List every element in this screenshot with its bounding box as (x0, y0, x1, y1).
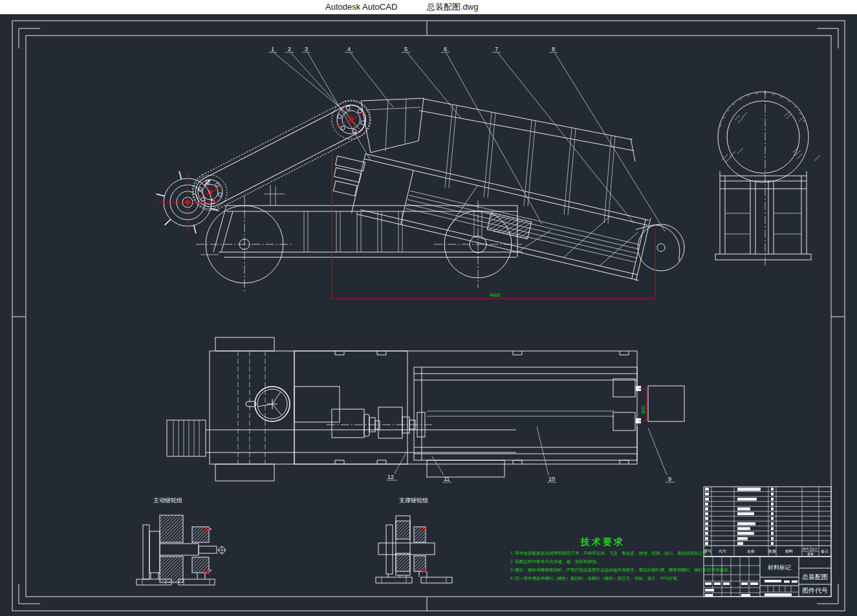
plan-conveyor-frame (414, 367, 684, 477)
drive-housing (330, 156, 365, 196)
balloon-numbers-plan: 12 11 10 9 (387, 427, 675, 482)
balloon-4: 4 (347, 46, 351, 52)
end-view-stand (715, 171, 811, 260)
plan-main-body (210, 337, 637, 481)
width-dimension: 800 (640, 405, 646, 414)
trough-body (351, 151, 653, 281)
sheet-frame (12, 21, 845, 611)
window-titlebar: Autodesk AutoCAD 总装配图.dwg (0, 0, 857, 14)
bom-header-code: 代号 (718, 549, 726, 553)
document-tab[interactable]: 总装配图.dwg (427, 0, 478, 14)
balloon-5: 5 (404, 46, 407, 52)
technical-requirements: 技术要求 1. 零件在装配前必须清理和清洗干净，不得有毛刺、飞边、氧化皮、锈蚀、… (510, 536, 733, 581)
balloon-8: 8 (552, 46, 555, 52)
bom-table: 序号 代号 名称 数量 材料 单件 总计 重量 备注 (704, 487, 831, 557)
balloon-9: 9 (668, 476, 671, 482)
drive-detail-label: 主动链轮组 (153, 497, 182, 504)
drawing-title: 总装配图 (802, 573, 828, 580)
plan-handwheel (246, 387, 290, 421)
bom-header-name: 名称 (747, 549, 755, 554)
detail-drive-sprocket: 主动链轮组 (136, 497, 226, 585)
railing (419, 99, 635, 224)
balloon-numbers-top: 1 2 3 4 5 6 7 8 (268, 46, 558, 52)
bom-header-weight: 重量 (807, 552, 814, 556)
plan-view: 800 12 11 10 9 (167, 337, 684, 482)
app-title: Autodesk AutoCAD (325, 0, 397, 14)
drawing-canvas: 1 2 3 4 5 6 7 8 (0, 14, 857, 616)
bom-header-remark: 备注 (821, 549, 829, 554)
plan-gearbox-motor (206, 387, 516, 452)
title-block-blobs (705, 580, 797, 597)
length-dimension: 4600 (490, 292, 501, 298)
crank-handwheel (157, 171, 219, 234)
balloon-6: 6 (444, 46, 447, 52)
plan-ribbed-roller (167, 420, 206, 456)
plan-red-dimension (639, 388, 647, 421)
tech-req-line-1: 1. 零件在装配前必须清理和清洗干净，不得有毛刺、飞边、氧化皮、锈蚀、切屑、油污… (510, 551, 711, 556)
balloon-3: 3 (305, 46, 308, 52)
bom-header-unit: 单件 (803, 547, 809, 551)
upper-sprocket (332, 100, 371, 139)
support-detail-label: 支撑链轮组 (399, 497, 428, 504)
balloon-11: 11 (444, 476, 450, 482)
tech-req-line-4: 4. 同一零件用多件螺钉（螺栓）紧固时，各螺钉（螺栓）需交叉、对称、逐步、均匀拧… (510, 576, 682, 581)
end-view (715, 90, 820, 266)
balloon-10: 10 (548, 476, 555, 482)
bom-header-seq: 序号 (704, 549, 711, 553)
tech-req-title: 技术要求 (580, 536, 625, 547)
bom-header-total: 总计 (811, 547, 818, 551)
bom-header-qty: 数量 (768, 549, 776, 553)
material-mark-label: 材料标记 (767, 564, 791, 571)
tech-req-line-2: 2. 装配过程中零件不允许磕、碰、划伤和锈蚀。 (510, 559, 600, 564)
autocad-window: { "titlebar": { "app": "Autodesk AutoCAD… (0, 0, 857, 616)
tech-req-line-3: 3. 螺钉、螺栓和螺母紧固时，严禁打击或使用不合适的旋具和扳手。紧固后螺钉槽、螺… (510, 568, 733, 573)
side-view: 1 2 3 4 5 6 7 8 (157, 46, 684, 299)
balloon-12: 12 (387, 474, 394, 480)
title-block: 材料标记 总装配图 图件代号 (704, 557, 831, 597)
balloon-2: 2 (288, 46, 291, 52)
detail-support-sprocket: 支撑链轮组 (376, 497, 452, 583)
ring-hatch (722, 111, 820, 162)
balloon-7: 7 (495, 46, 498, 52)
balloon-1: 1 (271, 46, 274, 52)
part-code-label: 图件代号 (802, 587, 828, 594)
bom-header-material: 材料 (785, 549, 793, 554)
